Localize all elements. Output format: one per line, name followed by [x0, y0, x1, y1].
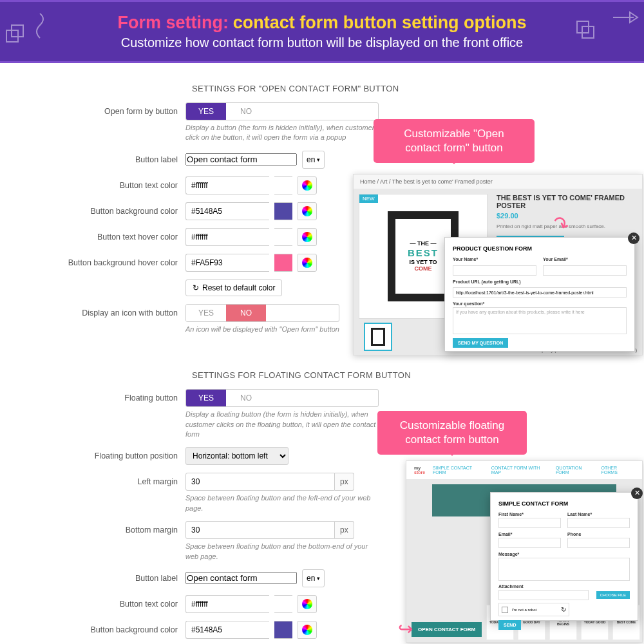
section-title: SETTINGS FOR FLOATING CONTACT FORM BUTTO… — [192, 370, 625, 380]
bottom-margin-input[interactable] — [185, 521, 335, 539]
email-input[interactable] — [543, 265, 627, 276]
store-logo: my store — [414, 466, 433, 475]
open-form-toggle[interactable]: YESNO — [185, 102, 379, 120]
text-color-input[interactable] — [185, 176, 269, 194]
color-picker-icon[interactable] — [298, 254, 317, 272]
preview-floating: my store SIMPLE CONTACT FORMCONTACT FORM… — [406, 460, 643, 643]
refresh-icon: ↻ — [193, 283, 199, 292]
color-picker-icon[interactable] — [298, 176, 317, 194]
position-select[interactable]: Horizontal: bottom left — [185, 447, 289, 465]
callout-open-button: Customizable "Open contact form" button — [374, 119, 535, 163]
name-input[interactable] — [453, 265, 536, 276]
reset-color-button[interactable]: ↻Reset to default color — [185, 279, 282, 296]
color-swatch — [274, 595, 292, 613]
send-question-button[interactable]: SEND MY QUESTION — [453, 338, 508, 348]
float-text-color-input[interactable] — [185, 595, 269, 613]
color-swatch — [274, 176, 292, 194]
display-icon-toggle[interactable]: YESNO — [185, 304, 339, 322]
send-button[interactable]: SEND — [498, 620, 521, 630]
product-question-popup: ✕ PRODUCT QUESTION FORM Your Name* Your … — [444, 237, 635, 352]
banner-title: Form setting: contact form button settin… — [117, 13, 526, 33]
url-input[interactable] — [453, 287, 627, 298]
choose-file-button[interactable]: CHOOSE FILE — [596, 591, 630, 599]
thumbnail[interactable] — [364, 323, 392, 351]
color-picker-icon[interactable] — [298, 621, 317, 639]
bg-hover-color-input[interactable] — [185, 254, 269, 272]
lang-selector[interactable]: en — [302, 151, 325, 169]
button-label-input[interactable] — [185, 153, 297, 166]
close-icon[interactable]: ✕ — [628, 232, 639, 244]
float-bg-color-input[interactable] — [185, 621, 269, 639]
arrow-icon: ↪ — [398, 618, 413, 639]
color-swatch — [274, 228, 292, 246]
question-textarea[interactable]: If you have any question about this prod… — [453, 307, 627, 334]
color-picker-icon[interactable] — [298, 228, 317, 246]
section-title: SETTINGS FOR "OPEN CONTACT FORM" BUTTON — [192, 84, 625, 93]
banner: Form setting: contact form button settin… — [0, 0, 644, 63]
recaptcha[interactable]: I'm not a robot↻ — [498, 603, 569, 616]
close-icon[interactable]: ✕ — [631, 488, 643, 499]
color-picker-icon[interactable] — [298, 202, 317, 220]
float-label-input[interactable] — [185, 572, 297, 584]
lang-selector[interactable]: en — [302, 569, 325, 587]
color-swatch — [274, 254, 292, 272]
preview-nav: SIMPLE CONTACT FORMCONTACT FORM WITH MAP… — [433, 466, 634, 475]
bg-color-input[interactable] — [185, 202, 269, 220]
simple-contact-popup: ✕ SIMPLE CONTACT FORM First Name* Last N… — [490, 492, 638, 621]
text-hover-color-input[interactable] — [185, 228, 269, 246]
color-swatch — [274, 202, 292, 220]
label: Open form by button — [19, 102, 185, 120]
open-contact-button[interactable]: OPEN CONTACT FORM — [412, 622, 482, 637]
color-picker-icon[interactable] — [298, 595, 317, 613]
color-swatch — [274, 621, 292, 639]
floating-toggle[interactable]: YESNO — [185, 389, 379, 407]
callout-floating-button: Customizable floating contact form butto… — [377, 411, 527, 455]
left-margin-input[interactable] — [185, 473, 335, 491]
banner-subtitle: Customize how contact form button will b… — [121, 35, 523, 50]
